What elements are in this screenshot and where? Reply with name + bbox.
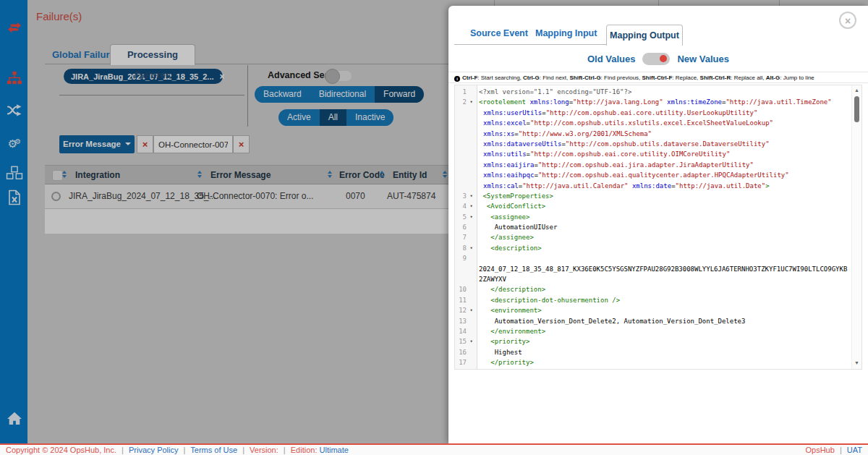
fold-toggle-icon[interactable]: ▾ bbox=[467, 336, 476, 346]
fold-toggle-icon[interactable]: ▾ bbox=[467, 191, 476, 201]
code-line: Highest bbox=[476, 347, 522, 357]
fold-gutter bbox=[467, 87, 476, 97]
app-window: ⚙⚙ Failure(s) Global bbox=[0, 0, 868, 455]
fold-gutter bbox=[467, 274, 476, 284]
panel-tabs-underline bbox=[454, 44, 606, 45]
environment-badge: UAT bbox=[847, 446, 862, 454]
fold-gutter bbox=[467, 222, 476, 232]
fold-toggle-icon[interactable]: ▾ bbox=[467, 97, 476, 107]
old-new-values-toggle[interactable] bbox=[642, 53, 670, 65]
line-number: 11 bbox=[455, 295, 467, 305]
code-line: xmlns:utils="http://com.opshub.eai.core.… bbox=[476, 149, 730, 159]
terms-of-use-link[interactable]: Terms of Use bbox=[190, 446, 237, 454]
fold-gutter bbox=[467, 129, 476, 139]
close-icon[interactable]: × bbox=[839, 12, 856, 29]
code-line: xmlns:xs="http://www.w3.org/2001/XMLSche… bbox=[476, 129, 652, 139]
separator: | bbox=[242, 446, 244, 454]
scroll-up-icon[interactable]: ▲ bbox=[852, 88, 861, 93]
hint-text: : Replace all, bbox=[731, 75, 765, 81]
event-detail-panel: × Source Event Mapping Input Mapping Out… bbox=[448, 6, 868, 443]
line-number bbox=[455, 118, 467, 128]
line-number: 12 bbox=[455, 305, 467, 315]
line-number bbox=[455, 274, 467, 284]
line-number bbox=[455, 264, 467, 274]
line-number bbox=[455, 129, 467, 139]
fold-toggle-icon[interactable]: ▾ bbox=[467, 212, 476, 222]
editor-rows: 1<?xml version="1.1" encoding="UTF-16"?>… bbox=[455, 87, 852, 368]
line-number: 5 bbox=[455, 212, 467, 222]
separator: | bbox=[184, 446, 186, 454]
tab-mapping-input[interactable]: Mapping Input bbox=[535, 28, 597, 38]
scroll-down-icon[interactable]: ▼ bbox=[852, 360, 861, 365]
tab-source-event[interactable]: Source Event bbox=[470, 28, 528, 38]
privacy-policy-link[interactable]: Privacy Policy bbox=[129, 446, 178, 454]
fold-gutter bbox=[467, 253, 476, 263]
fold-gutter bbox=[467, 149, 476, 159]
line-number: 16 bbox=[455, 347, 467, 357]
footer: Copyright © 2024 OpsHub, Inc. | Privacy … bbox=[0, 443, 868, 455]
code-line: <AvoidConflict> bbox=[476, 201, 545, 211]
code-line: </description> bbox=[476, 284, 545, 294]
fold-gutter bbox=[467, 181, 476, 191]
copyright-text: Copyright © 2024 OpsHub, Inc. bbox=[6, 446, 116, 454]
hint-text: Shift-Ctrl-R bbox=[700, 75, 731, 81]
fold-toggle-icon[interactable]: ▾ bbox=[467, 201, 476, 211]
line-number: 9 bbox=[455, 253, 467, 263]
line-number: 14 bbox=[455, 326, 467, 336]
line-number: 7 bbox=[455, 232, 467, 242]
fold-gutter bbox=[467, 232, 476, 242]
fold-gutter bbox=[467, 284, 476, 294]
code-line: <description> bbox=[476, 243, 542, 253]
fold-gutter bbox=[467, 316, 476, 326]
footer-right: OpsHub | UAT bbox=[805, 446, 862, 454]
code-line: <description-dot-ohusermention /> bbox=[476, 295, 620, 305]
old-values-label[interactable]: Old Values bbox=[587, 54, 635, 64]
fold-toggle-icon[interactable]: ▾ bbox=[467, 243, 476, 253]
edition-value: Ultimate bbox=[320, 446, 349, 454]
fold-gutter bbox=[467, 108, 476, 118]
line-number: 6 bbox=[455, 222, 467, 232]
new-values-label[interactable]: New Values bbox=[677, 54, 729, 64]
fold-gutter bbox=[467, 170, 476, 180]
hint-text: : Find next, bbox=[540, 75, 570, 81]
code-line: 2ZAWYXV bbox=[476, 274, 506, 284]
editor-scrollbar[interactable]: ▲ ▼ bbox=[851, 85, 861, 369]
line-number bbox=[455, 181, 467, 191]
code-line: AutomationUIUser bbox=[476, 222, 557, 232]
line-number: 17 bbox=[455, 357, 467, 367]
code-line bbox=[476, 253, 479, 263]
code-line: <SystemProperties> bbox=[476, 191, 553, 201]
editor-shortcut-hint: iCtrl-F: Start searching, Ctrl-G: Find n… bbox=[448, 72, 868, 83]
code-line: <environment> bbox=[476, 305, 542, 315]
line-number: 15 bbox=[455, 336, 467, 346]
xml-code-editor[interactable]: 1<?xml version="1.1" encoding="UTF-16"?>… bbox=[454, 85, 862, 370]
hint-text: Ctrl-G bbox=[523, 75, 540, 81]
info-icon: i bbox=[454, 76, 460, 82]
fold-toggle-icon[interactable]: ▾ bbox=[467, 305, 476, 315]
hint-text: : Jump to line bbox=[780, 75, 814, 81]
code-line: </priority> bbox=[476, 357, 534, 367]
line-number: 13 bbox=[455, 316, 467, 326]
edition-label: Edition: bbox=[291, 446, 318, 454]
fold-gutter bbox=[467, 160, 476, 170]
fold-gutter bbox=[467, 295, 476, 305]
fold-gutter bbox=[467, 139, 476, 149]
code-line: xmlns:excel="http://com.opshub.utils.xsl… bbox=[476, 118, 773, 128]
line-number bbox=[455, 160, 467, 170]
scrollbar-thumb[interactable] bbox=[854, 96, 859, 122]
line-number: 2 bbox=[455, 97, 467, 107]
code-line: <priority> bbox=[476, 336, 529, 346]
code-line: xmlns:eaijira="http://com.opshub.eai.jir… bbox=[476, 160, 754, 170]
code-line: </assignee> bbox=[476, 232, 534, 242]
line-number bbox=[455, 139, 467, 149]
tab-mapping-output[interactable]: Mapping Output bbox=[606, 25, 683, 46]
code-line: </environment> bbox=[476, 326, 545, 336]
hint-text: Shift-Ctrl-F bbox=[642, 75, 673, 81]
code-line: xmlns:cal="http://java.util.Calendar" xm… bbox=[476, 181, 770, 191]
hint-text: : Find previous, bbox=[601, 75, 642, 81]
line-number bbox=[455, 149, 467, 159]
fold-gutter bbox=[467, 264, 476, 274]
separator: | bbox=[284, 446, 286, 454]
brand-text: OpsHub bbox=[805, 446, 834, 454]
fold-gutter bbox=[467, 357, 476, 367]
